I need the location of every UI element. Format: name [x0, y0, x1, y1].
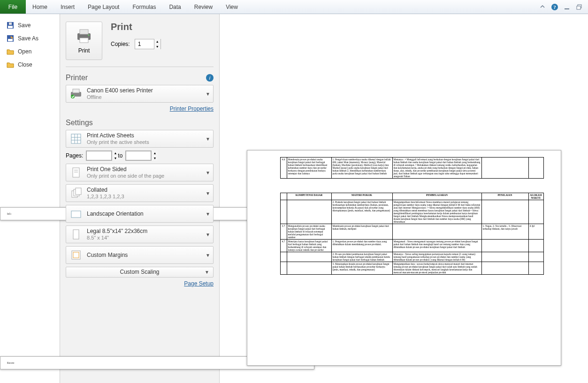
nav-save-as[interactable]: Save As: [0, 32, 60, 45]
pb-cell: Menanya : • Menggali informasi yang berk…: [392, 158, 481, 179]
svg-rect-33: [73, 230, 79, 239]
pages-to-input[interactable]: [126, 151, 151, 160]
margins-icon: [69, 248, 83, 262]
print-what-title: Print Active Sheets: [87, 132, 202, 139]
nav-close-label: Close: [18, 61, 32, 68]
table-row: 4.7Mencipta karya kerajinan fungsi pakai…: [280, 240, 543, 252]
table-row: 3. Menetapkan desain proses produksi ker…: [280, 262, 543, 275]
tab-home[interactable]: Home: [26, 0, 54, 14]
chevron-down-icon: ▼: [206, 191, 210, 196]
nav-save-as-label: Save As: [18, 35, 38, 42]
sheets-icon: [69, 132, 83, 146]
printer-info-icon[interactable]: i: [206, 74, 214, 82]
printer-name: Canon E400 series Printer: [87, 87, 202, 94]
help-icon[interactable]: ?: [550, 3, 559, 11]
svg-rect-4: [577, 6, 580, 9]
svg-point-17: [88, 35, 90, 36]
page-setup-link[interactable]: Page Setup: [184, 280, 214, 287]
aw-cell: [528, 158, 543, 179]
scaling-select[interactable]: Custom Scaling ▼: [66, 267, 214, 278]
svg-rect-9: [8, 39, 13, 41]
pages-to-label: to: [118, 152, 122, 159]
print-preview-area: 4.6 Mendesain proses produksi usaha kera…: [220, 14, 588, 383]
aw-cell: [528, 200, 543, 224]
backstage-nav: Save Save As Open Close Info Recent New …: [0, 14, 60, 383]
preview-page: 4.6 Mendesain proses produksi usaha kera…: [247, 150, 561, 366]
close-icon: [7, 61, 14, 68]
pages-to-down[interactable]: ▼: [151, 156, 158, 161]
ribbon-min-icon[interactable]: [538, 3, 547, 11]
mp-cell: 2. Praktek kerajinan fungsi pakai dari b…: [331, 200, 392, 224]
aw-cell: 4 Jpl: [528, 224, 543, 240]
window-min-icon[interactable]: [563, 3, 571, 11]
copies-down[interactable]: ▼: [154, 44, 160, 49]
nav-save[interactable]: Save: [0, 19, 60, 32]
tab-view[interactable]: View: [219, 0, 244, 14]
paper-size-select[interactable]: Legal 8.5"x14" 22x36cm8.5" x 14" ▼: [66, 225, 214, 243]
print-button[interactable]: Print: [66, 22, 102, 60]
pages-from-up[interactable]: ▲: [112, 150, 118, 156]
pn-cell: [481, 252, 528, 262]
pages-from-input[interactable]: [86, 151, 112, 160]
nav-open[interactable]: Open: [0, 45, 60, 58]
sides-select[interactable]: Print One SidedOnly print on one side of…: [66, 164, 214, 181]
svg-rect-2: [565, 8, 569, 9]
print-button-label: Print: [78, 47, 90, 54]
tab-page-layout[interactable]: Page Layout: [81, 0, 126, 14]
tab-file[interactable]: File: [0, 0, 26, 14]
kd-cell: Menganalisis proses produksi usaha keraj…: [287, 224, 331, 240]
nav-recent-label: Recent: [7, 361, 14, 364]
collate-sub: 1,2,3 1,2,3 1,2,3: [87, 194, 202, 200]
kd-cell: [287, 252, 331, 262]
table-row: 2. Proses produksi pembuatan kerajinan f…: [280, 252, 543, 262]
pn-cell: [481, 240, 528, 252]
num-cell: 4.7: [280, 240, 287, 252]
sides-sub: Only print on one side of the page: [87, 173, 202, 180]
preview-table-top: 4.6 Mendesain proses produksi usaha kera…: [280, 157, 544, 179]
nav-open-label: Open: [18, 48, 31, 55]
copies-up[interactable]: ▲: [154, 39, 160, 44]
chevron-down-icon: ▼: [206, 91, 210, 97]
svg-rect-15: [80, 30, 88, 34]
svg-rect-19: [73, 89, 79, 93]
pages-to-up[interactable]: ▲: [151, 150, 158, 156]
window-restore-icon[interactable]: [575, 3, 583, 11]
preview-table-main: KOMPETENSI DASAR MATERI POKOK PEMBELAJAR…: [280, 193, 544, 275]
print-what-sub: Only print the active sheets: [87, 139, 202, 146]
pb-cell: Mengumpulkan data : secara berkelompok s…: [392, 262, 481, 275]
svg-rect-7: [9, 23, 12, 25]
th-pn: PENILAIAN: [481, 193, 528, 200]
nav-close[interactable]: Close: [0, 58, 60, 71]
copies-label: Copies:: [111, 41, 130, 47]
size-title: Legal 8.5"x14" 22x36cm: [87, 228, 202, 235]
svg-rect-16: [80, 38, 88, 43]
printer-properties-link[interactable]: Printer Properties: [170, 105, 214, 112]
mp-cell: 1. Pengelolaan sumberdaya usaha dikenal …: [331, 158, 392, 179]
kd-cell: Mencipta karya kerajinan fungsi pakai da…: [287, 240, 331, 252]
tab-formulas[interactable]: Formulas: [126, 0, 162, 14]
nav-save-label: Save: [18, 22, 31, 29]
pn-cell: 1. Tugas, 2. Tes tertulis , 3. Observasi…: [481, 224, 528, 240]
svg-rect-21: [71, 134, 81, 143]
tab-insert[interactable]: Insert: [54, 0, 81, 14]
tab-data[interactable]: Data: [162, 0, 187, 14]
save-icon: [7, 22, 14, 29]
pb-cell: Menanya : Siswa saling mengajukan pertan…: [392, 252, 481, 262]
orientation-select[interactable]: Landscape Orientation ▼: [66, 205, 214, 223]
table-row: 2. Praktek kerajinan fungsi pakai dari b…: [280, 200, 543, 224]
printer-select[interactable]: Canon E400 series Printer Offline ▼: [66, 85, 214, 103]
chevron-down-icon: ▼: [206, 170, 210, 175]
copies-field[interactable]: [135, 41, 154, 47]
print-what-select[interactable]: Print Active SheetsOnly print the active…: [66, 130, 214, 148]
tab-review[interactable]: Review: [188, 0, 219, 14]
pages-from-down[interactable]: ▼: [112, 156, 118, 161]
th-pb: PEMBELAJARAN: [392, 193, 481, 200]
num-cell: [280, 252, 287, 262]
table-row: 3.7Menganalisis proses produksi usaha ke…: [280, 224, 543, 240]
margins-select[interactable]: Custom Margins ▼: [66, 246, 214, 264]
th-kd: KOMPETENSI DASAR: [287, 193, 331, 200]
chevron-down-icon: ▼: [206, 211, 210, 217]
collate-select[interactable]: Collated1,2,3 1,2,3 1,2,3 ▼: [66, 184, 214, 202]
copies-input[interactable]: ▲ ▼: [135, 39, 161, 49]
chevron-down-icon: ▼: [206, 232, 210, 237]
